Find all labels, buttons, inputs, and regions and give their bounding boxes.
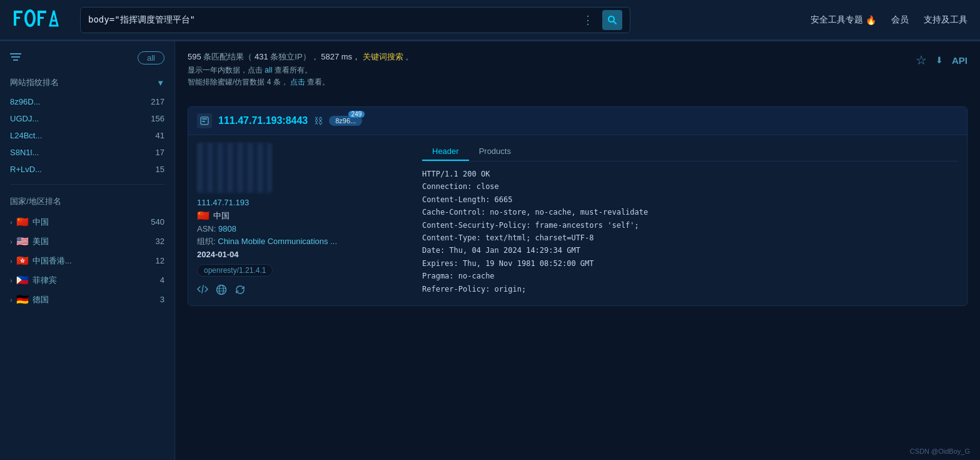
fingerprint-item-3[interactable]: S8N1l... 17 <box>0 144 174 161</box>
card-ip-sub[interactable]: 111.47.71.193 <box>197 198 410 207</box>
card-country-flag: 🇨🇳 <box>197 210 210 222</box>
svg-point-19 <box>220 285 224 295</box>
link-icon[interactable]: ⛓ <box>314 116 323 126</box>
card-server-tag[interactable]: openresty/1.21.4.1 <box>197 264 273 277</box>
svg-point-18 <box>217 285 226 295</box>
fingerprint-item-2[interactable]: L24Bct... 41 <box>0 127 174 144</box>
svg-rect-16 <box>202 121 205 122</box>
header-line-0: HTTP/1.1 200 OK <box>422 168 958 180</box>
logo[interactable] <box>13 8 63 33</box>
fingerprint-item-1[interactable]: UGDJ... 156 <box>0 110 174 127</box>
svg-rect-2 <box>14 17 20 19</box>
card-right: Header Products HTTP/1.1 200 OK Connecti… <box>422 143 958 298</box>
country-chevron-4: › <box>10 296 13 304</box>
api-button[interactable]: API <box>952 55 967 66</box>
card-tabs: Header Products <box>422 143 958 161</box>
search-input[interactable] <box>88 15 580 25</box>
svg-rect-5 <box>38 11 46 13</box>
fingerprint-item-0[interactable]: 8z96D... 217 <box>0 93 174 110</box>
download-button[interactable]: ⬇ <box>936 55 943 65</box>
header-line-3: Cache-Control: no-store, no-cache, must-… <box>422 206 958 218</box>
footer-note: CSDN @OidBoy_G <box>910 447 970 455</box>
honeypot-filter-link[interactable]: 点击 <box>290 78 305 86</box>
download-icon: ⬇ <box>936 55 943 65</box>
sidebar: all 网站指纹排名 ▼ 8z96D... 217 UGDJ... 156 L2… <box>0 41 175 460</box>
star-button[interactable]: ☆ <box>916 53 927 68</box>
all-data-link[interactable]: all <box>265 66 272 74</box>
card-body: 111.47.71.193 🇨🇳 中国 ASN: 9808 组织: China … <box>188 135 967 305</box>
total-count: 595 <box>188 52 201 61</box>
card-screenshot <box>197 143 272 193</box>
sort-icon[interactable]: ▼ <box>156 78 164 88</box>
country-item-4[interactable]: › 🇩🇪 德国 3 <box>0 290 174 309</box>
country-count-0: 540 <box>151 217 164 227</box>
country-item-0[interactable]: › 🇨🇳 中国 540 <box>0 212 174 232</box>
org-link[interactable]: China Mobile Communications ... <box>218 237 337 246</box>
asn-link[interactable]: 9808 <box>218 224 236 233</box>
country-chevron-2: › <box>10 257 13 265</box>
country-flag-2: 🇭🇰 <box>16 255 29 267</box>
header-content: HTTP/1.1 200 OK Connection: close Conten… <box>422 168 958 295</box>
country-count-1: 32 <box>156 237 164 246</box>
country-chevron-3: › <box>10 277 13 284</box>
country-name-4: 德国 <box>33 294 156 305</box>
support-tools-link[interactable]: 支持及工具 <box>924 14 967 26</box>
header-line-4: Content-Security-Policy: frame-ancestors… <box>422 219 958 232</box>
svg-marker-7 <box>50 11 58 26</box>
results-stats: 595 条匹配结果（ 431 条独立IP）， 5827 ms， 关键词搜索 。 <box>188 51 413 63</box>
fingerprint-rank-title: 网站指纹排名 ▼ <box>0 72 174 93</box>
header-line-9: Referer-Policy: origin; <box>422 283 958 295</box>
country-name-0: 中国 <box>33 217 148 228</box>
country-count-4: 3 <box>160 295 164 304</box>
refresh-icon[interactable] <box>235 284 246 298</box>
tab-header[interactable]: Header <box>422 143 469 161</box>
country-rank-title: 国家/地区排名 <box>0 191 174 212</box>
header-line-6: Date: Thu, 04 Jan 2024 14:29:34 GMT <box>422 244 958 257</box>
more-options-button[interactable]: ⋮ <box>580 12 596 28</box>
card-org: 组织: China Mobile Communications ... <box>197 236 410 247</box>
country-name-2: 中国香港... <box>33 255 152 267</box>
country-flag-0: 🇨🇳 <box>16 216 29 228</box>
card-asn: ASN: 9808 <box>197 224 410 233</box>
code-icon[interactable] <box>197 284 208 298</box>
svg-rect-15 <box>202 118 207 120</box>
results-top: 595 条匹配结果（ 431 条独立IP）， 5827 ms， 关键词搜索 。 … <box>188 51 967 98</box>
keyword-search-link[interactable]: 关键词搜索 <box>363 52 403 61</box>
results-section: 595 条匹配结果（ 431 条独立IP）， 5827 ms， 关键词搜索 。 … <box>175 41 980 460</box>
tag-badge: 249 <box>348 111 365 118</box>
header-line-7: Expires: Thu, 19 Nov 1981 08:52:00 GMT <box>422 257 958 270</box>
country-item-2[interactable]: › 🇭🇰 中国香港... 12 <box>0 251 174 270</box>
all-filter-button[interactable]: all <box>138 51 164 64</box>
results-top-actions: ☆ ⬇ API <box>916 51 967 68</box>
country-count-3: 4 <box>160 275 164 285</box>
card-favicon <box>197 113 212 128</box>
stats-unit: 条匹配结果（ <box>203 52 252 61</box>
header-line-8: Pragma: no-cache <box>422 270 958 282</box>
svg-point-3 <box>26 11 34 26</box>
filter-icon-button[interactable] <box>10 53 21 64</box>
header-line-2: Content-Length: 6665 <box>422 193 958 206</box>
card-fingerprint-tag[interactable]: 8z96... 249 <box>329 116 362 126</box>
stats-time: 5827 ms， <box>321 52 360 61</box>
sidebar-divider <box>10 184 164 185</box>
country-item-3[interactable]: › 🇵🇭 菲律宾 4 <box>0 270 174 290</box>
svg-rect-1 <box>14 11 23 13</box>
member-link[interactable]: 会员 <box>891 14 909 26</box>
fire-icon: 🔥 <box>866 15 876 25</box>
country-flag-4: 🇩🇪 <box>16 294 29 305</box>
card-action-icons <box>197 284 410 298</box>
security-tools-link[interactable]: 安全工具专题 🔥 <box>811 14 876 26</box>
globe-icon[interactable] <box>216 284 227 298</box>
search-button[interactable] <box>602 10 622 30</box>
svg-line-17 <box>202 285 203 293</box>
fingerprint-item-4[interactable]: R+LvD... 15 <box>0 161 174 178</box>
search-bar: ⋮ <box>80 7 630 33</box>
svg-rect-6 <box>38 17 44 19</box>
results-meta-2: 智能排除蜜罐/仿冒数据 4 条， 点击 查看。 <box>188 77 413 88</box>
country-flag-3: 🇵🇭 <box>16 274 29 286</box>
navbar: ⋮ 安全工具专题 🔥 会员 支持及工具 <box>0 0 980 40</box>
stats-ip-unit: 条独立IP）， <box>270 52 318 61</box>
country-item-1[interactable]: › 🇺🇸 美国 32 <box>0 232 174 251</box>
card-ip-link[interactable]: 111.47.71.193:8443 <box>218 115 308 126</box>
tab-products[interactable]: Products <box>469 143 521 161</box>
